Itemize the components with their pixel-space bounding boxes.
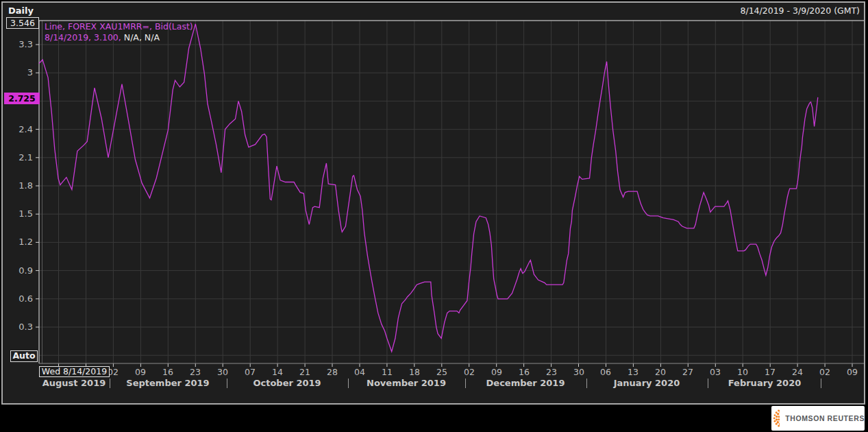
month-separator: [465, 379, 466, 388]
x-tick-label: 16: [159, 367, 177, 377]
screen: { "window": { "period_label": "Daily", "…: [0, 0, 868, 432]
x-tick-label: 14: [269, 367, 286, 377]
x-tick-label: 23: [186, 367, 204, 377]
cursor-date-box[interactable]: Wed 8/14/2019: [39, 366, 110, 377]
x-tick-label: 30: [214, 367, 232, 377]
x-tick-label: 09: [488, 367, 506, 377]
month-separator: [586, 379, 587, 388]
x-tick-label: 17: [761, 367, 779, 377]
chart-plot-area[interactable]: [39, 21, 864, 363]
thomson-reuters-wordmark: THOMSON REUTERS: [785, 414, 865, 422]
y-tick-label: 0.3: [3, 322, 33, 332]
y-tick-label: 3.3: [3, 39, 33, 49]
x-month-label: September 2019: [113, 378, 223, 388]
y-tick-label: 2.1: [3, 152, 33, 163]
y-tick-label: 0.9: [3, 265, 33, 276]
x-month-label: February 2020: [710, 378, 819, 388]
x-tick-label: 28: [323, 367, 341, 377]
month-separator: [821, 379, 821, 388]
x-month-label: August 2019: [19, 378, 129, 388]
thomson-reuters-globe-icon: [771, 407, 780, 430]
x-tick-label: 03: [706, 367, 724, 377]
y-tick-label: 2.4: [3, 124, 33, 134]
x-tick-label: 09: [843, 367, 861, 377]
x-tick-label: 25: [433, 367, 451, 377]
month-separator: [708, 379, 708, 388]
x-tick-label: 02: [816, 367, 834, 377]
y-tick-label: 1.8: [3, 180, 33, 191]
x-tick-label: 07: [241, 367, 259, 377]
x-month-label: December 2019: [471, 378, 580, 388]
x-tick-label: 30: [570, 367, 588, 377]
x-tick-label: 11: [378, 367, 396, 377]
x-tick-label: 13: [624, 367, 642, 377]
x-tick-label: 02: [460, 367, 478, 377]
month-separator: [110, 379, 110, 388]
x-tick-label: 20: [652, 367, 669, 377]
y-tick-label: 0.6: [3, 293, 33, 304]
x-tick-label: 10: [734, 367, 752, 377]
x-tick-label: 04: [351, 367, 369, 377]
x-month-label: January 2020: [592, 378, 702, 388]
x-tick-label: 23: [543, 367, 560, 377]
x-tick-label: 21: [296, 367, 314, 377]
interval-label: Daily: [8, 5, 34, 16]
y-tick-label: 1.5: [3, 208, 33, 219]
x-tick-label: 06: [597, 367, 615, 377]
y-axis-max-value-box: 3.546: [6, 17, 39, 29]
x-tick-label: 18: [406, 367, 423, 377]
chart-window: Daily 8/14/2019 - 3/9/2020 (GMT) Line, F…: [1, 1, 865, 405]
chart-window-content: Daily 8/14/2019 - 3/9/2020 (GMT) Line, F…: [3, 3, 864, 403]
date-range-label: 8/14/2019 - 3/9/2020 (GMT): [740, 5, 860, 16]
x-month-label: October 2019: [232, 378, 342, 388]
month-separator: [348, 379, 349, 388]
x-tick-label: 09: [132, 367, 149, 377]
thomson-reuters-logo: THOMSON REUTERS: [771, 406, 865, 431]
y-tick-label: 1.2: [3, 237, 33, 247]
x-tick-label: 27: [679, 367, 697, 377]
y-tick-label: 3: [3, 67, 33, 77]
auto-scale-button[interactable]: Auto: [10, 350, 38, 362]
x-tick-label: 16: [515, 367, 533, 377]
x-tick-label: 24: [789, 367, 806, 377]
month-separator: [227, 379, 227, 388]
last-price-marker: 2.725: [4, 93, 40, 104]
x-month-label: November 2019: [351, 378, 461, 388]
